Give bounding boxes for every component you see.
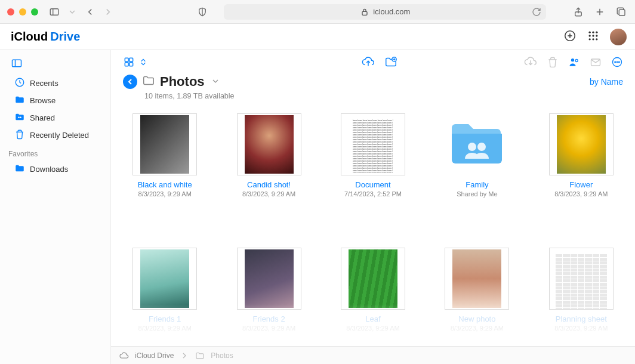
svg-point-40 [619,61,620,63]
file-meta: 8/3/2023, 9:29 AM [346,325,399,332]
delete-button [547,56,559,68]
chevron-right-icon [180,351,189,360]
svg-point-13 [596,31,597,33]
sidebar-favorite-downloads[interactable]: Downloads [0,161,110,178]
file-item[interactable]: Flower8/3/2023, 9:29 AM [531,113,631,230]
file-meta: Shared by Me [457,190,497,198]
svg-point-15 [592,35,594,36]
file-name: Candid shot! [247,180,291,189]
apps-grid-icon[interactable] [587,30,599,44]
file-item[interactable]: Candid shot!8/3/2023, 9:29 AM [218,113,319,230]
sort-button[interactable]: by Name [590,77,623,87]
account-avatar[interactable] [610,29,627,45]
file-item[interactable]: Black and white8/3/2023, 9:29 AM [115,113,215,230]
svg-point-39 [616,61,618,63]
file-item[interactable]: lorem lorem lorem lorem lorem lorem lore… [323,113,423,230]
svg-point-35 [575,60,578,62]
reload-icon[interactable] [532,7,541,17]
sidebar-item-label: Shared [30,113,55,122]
spreadsheet-thumb [553,252,609,306]
email-button [590,56,602,68]
browser-chrome: icloud.com [0,0,635,24]
svg-point-18 [592,38,594,40]
clock-icon [14,77,25,90]
breadcrumb: iCloud Drive Photos [111,346,635,364]
photo-thumb [349,249,397,308]
folder-icon [195,351,205,360]
sidebar-item-recents[interactable]: Recents [0,75,110,92]
favorites-heading: Favorites [0,144,110,161]
chevron-down-icon[interactable] [66,5,79,18]
file-meta: 8/3/2023, 9:29 AM [451,325,504,332]
svg-rect-28 [130,63,133,66]
file-meta: 8/3/2023, 9:29 AM [242,325,295,332]
create-button[interactable] [563,29,577,45]
file-item[interactable]: FamilyShared by Me [427,113,527,230]
view-options-button[interactable] [138,57,148,67]
file-thumbnail: lorem lorem lorem lorem lorem lorem lore… [341,113,405,175]
view-icons-button[interactable] [123,56,135,68]
back-button[interactable] [84,5,97,18]
lock-icon [360,7,369,17]
upload-button[interactable] [362,55,375,69]
folder-icon [142,74,155,90]
file-name: Friends 1 [149,314,181,323]
file-name: Leaf [365,314,380,323]
file-meta: 8/3/2023, 9:29 AM [138,190,192,198]
svg-point-24 [20,116,21,118]
location-subtitle: 10 items, 1.89 TB available [111,92,635,107]
address-bar[interactable]: icloud.com [224,4,546,20]
new-folder-button[interactable] [384,55,397,69]
close-window-button[interactable] [7,8,14,16]
sidebar-collapse-icon[interactable] [11,62,23,71]
breadcrumb-current[interactable]: Photos [211,351,233,360]
sidebar-item-shared[interactable]: Shared [0,109,110,127]
more-button[interactable] [611,56,623,68]
back-folder-button[interactable] [123,75,137,89]
chevron-down-icon[interactable] [211,76,220,88]
photo-thumb [140,249,189,308]
file-meta: 8/3/2023, 9:29 AM [242,190,295,198]
svg-rect-25 [125,58,128,61]
svg-rect-26 [130,58,133,61]
tabs-icon[interactable] [615,5,628,18]
maximize-window-button[interactable] [31,8,38,16]
sidebar-item-label: Recents [30,79,58,88]
file-thumbnail [341,248,405,310]
sidebar-item-browse[interactable]: Browse [0,92,110,109]
file-name: Family [466,180,488,189]
forward-button[interactable] [101,5,115,18]
collaborate-button[interactable] [568,56,580,68]
svg-point-38 [615,61,616,63]
svg-point-17 [589,38,591,40]
file-meta: 8/3/2023, 9:29 AM [138,325,192,332]
sidebar-item-recently-deleted[interactable]: Recently Deleted [0,127,110,144]
svg-point-14 [589,35,591,36]
app-logo[interactable]: iCloud Drive [8,30,80,44]
folder-icon [14,163,25,175]
svg-point-19 [596,38,597,40]
app-header: iCloud Drive [0,24,635,50]
file-name: Document [355,180,390,189]
breadcrumb-root[interactable]: iCloud Drive [135,351,174,360]
share-icon[interactable] [572,5,585,18]
photo-thumb [140,115,189,174]
app-title-sub: Drive [50,30,80,44]
svg-rect-3 [362,11,367,15]
cloud-icon [119,351,129,360]
folder-people-icon [14,112,25,124]
file-thumbnail [237,248,301,310]
new-tab-icon[interactable] [593,5,606,18]
download-button [524,55,537,69]
svg-point-16 [596,35,597,36]
file-name: Planning sheet [556,314,607,323]
shield-icon[interactable] [196,5,209,18]
file-thumbnail [445,113,509,175]
minimize-window-button[interactable] [19,8,26,16]
svg-point-42 [477,143,486,151]
svg-rect-0 [50,8,58,15]
sidebar-toggle-icon[interactable] [48,5,61,18]
location-title[interactable]: Photos [160,74,205,90]
main-panel: Photos by Name 10 items, 1.89 TB availab… [111,50,635,364]
svg-rect-7 [619,10,625,16]
